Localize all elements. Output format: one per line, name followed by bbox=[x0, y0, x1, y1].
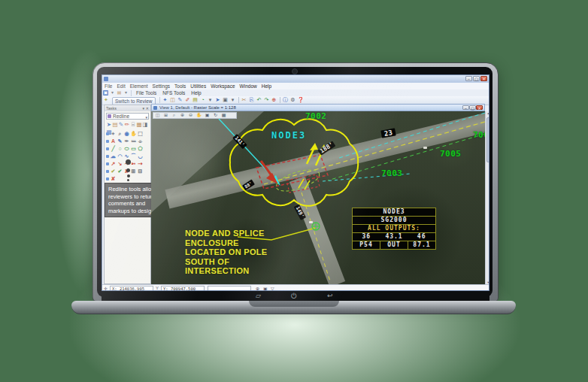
menu-edit[interactable]: Edit bbox=[117, 83, 125, 89]
view-titlebar[interactable]: View 1, Default - Raster Scale = 1:128 –… bbox=[151, 104, 485, 111]
tool-icon[interactable]: ▦ bbox=[136, 121, 142, 129]
maximize-button[interactable]: ▢ bbox=[473, 76, 480, 81]
dropdown-icon[interactable]: ▽ bbox=[271, 286, 274, 291]
window-titlebar[interactable]: – ▢ ✕ bbox=[102, 75, 489, 83]
rotate-view-icon[interactable]: ↻ bbox=[211, 113, 220, 118]
menu-file-tools[interactable]: File Tools bbox=[136, 89, 156, 96]
scroll-up-icon[interactable]: ▴ bbox=[486, 111, 489, 115]
map-viewport[interactable]: 7002 7003 7005 700 NODE3 188' 141' 88' 1… bbox=[151, 111, 485, 284]
toolbar-icon[interactable]: ✐ bbox=[185, 97, 191, 103]
menu-element[interactable]: Element bbox=[130, 83, 148, 89]
task-preset-dropdown[interactable]: Redline ▾ bbox=[106, 113, 149, 120]
zoom-icon[interactable]: ⌕ bbox=[170, 113, 178, 118]
tool-icon[interactable]: ⌖ bbox=[110, 130, 117, 137]
toolbar-icon[interactable]: ▤ bbox=[192, 97, 199, 103]
dropdown-icon[interactable]: ▾ bbox=[123, 90, 129, 96]
back-icon[interactable]: ↩ bbox=[327, 291, 333, 301]
close-button[interactable]: ✕ bbox=[480, 76, 487, 81]
toolbar-icon[interactable]: ▣ bbox=[223, 97, 229, 103]
view-tool-icon[interactable]: ◫ bbox=[153, 113, 162, 118]
toolbar-icon[interactable]: ❓ bbox=[298, 97, 304, 103]
menu-workspace[interactable]: Workspace bbox=[211, 83, 235, 89]
delete-markup-icon[interactable]: ✘ bbox=[110, 175, 117, 182]
recents-icon[interactable]: ▱ bbox=[256, 291, 261, 301]
toolbar-icon[interactable]: ↶ bbox=[256, 97, 262, 103]
fit-view-icon[interactable]: ▣ bbox=[203, 113, 211, 118]
zoom-in-icon[interactable]: ⊕ bbox=[178, 113, 186, 118]
menu-window[interactable]: Window bbox=[240, 83, 257, 89]
tool-icon[interactable]: ≔ bbox=[130, 138, 137, 144]
minimize-button[interactable]: – bbox=[465, 76, 472, 81]
tool-icon[interactable]: ◉ bbox=[123, 130, 130, 137]
dropdown-icon[interactable]: ▾ bbox=[208, 97, 214, 103]
menu-help[interactable]: Help bbox=[262, 83, 271, 89]
place-text-icon[interactable]: A bbox=[110, 138, 117, 144]
tool-icon[interactable]: ✎ bbox=[118, 121, 124, 129]
toolbar-icon[interactable]: ◔ bbox=[200, 97, 206, 103]
menu-settings[interactable]: Settings bbox=[153, 83, 171, 89]
flash-icon[interactable]: ✦ bbox=[103, 97, 109, 103]
menu-help2[interactable]: Help bbox=[191, 89, 201, 96]
leader-icon[interactable]: ➳ bbox=[130, 160, 137, 167]
pan-icon[interactable]: ✋ bbox=[195, 113, 203, 118]
toolbar-icon[interactable]: ↷ bbox=[264, 97, 270, 103]
toolbar-icon[interactable]: ◫ bbox=[170, 97, 176, 103]
vertical-scrollbar[interactable]: ▴ ▾ bbox=[485, 111, 489, 284]
arrow-icon[interactable]: ⇢ bbox=[137, 160, 144, 167]
pen-icon[interactable]: ✒ bbox=[123, 138, 130, 144]
toolbar-icon[interactable]: ✦ bbox=[162, 97, 168, 103]
tool-icon[interactable]: ➤ bbox=[106, 121, 112, 129]
menu-nfs-tools[interactable]: NFS Tools bbox=[162, 89, 185, 96]
power-icon[interactable]: ⏻ bbox=[291, 291, 297, 301]
tool-icon[interactable]: ⊟ bbox=[137, 168, 144, 174]
close-panel-icon[interactable]: ✕ bbox=[146, 106, 149, 111]
view-minimize-button[interactable]: – bbox=[462, 105, 469, 110]
ellipse-icon[interactable]: ⬭ bbox=[123, 145, 130, 152]
menu-file[interactable]: File bbox=[105, 83, 112, 89]
polygon-icon[interactable]: ⬠ bbox=[137, 145, 144, 152]
toolbar-icon[interactable]: ✂ bbox=[241, 97, 247, 103]
scrollbar-thumb[interactable] bbox=[486, 117, 489, 162]
view-tool-icon[interactable]: ⊞ bbox=[162, 113, 170, 118]
y-coordinate-field[interactable]: Y: 700947.500 bbox=[161, 286, 205, 291]
curve-icon[interactable]: ⌒ bbox=[130, 153, 137, 159]
view-close-button[interactable]: ✕ bbox=[476, 105, 483, 110]
tool-icon[interactable]: ⊞ bbox=[130, 168, 137, 174]
menu-utilities[interactable]: Utilities bbox=[190, 83, 206, 89]
toolbar-icon[interactable]: ⎘ bbox=[249, 97, 255, 103]
check-icon[interactable]: ✔ bbox=[117, 168, 123, 174]
tool-icon[interactable]: ⌸ bbox=[130, 121, 136, 129]
toolbar-icon[interactable]: ✎ bbox=[177, 97, 183, 103]
tool-icon[interactable]: ◡ bbox=[137, 153, 144, 159]
arrow-icon[interactable]: ↗ bbox=[110, 160, 117, 167]
tool-icon[interactable]: ✋ bbox=[130, 130, 137, 137]
arc-icon[interactable]: ◠ bbox=[117, 153, 123, 159]
folder-icon[interactable]: ▤ bbox=[117, 90, 122, 96]
tool-icon[interactable]: ⬚ bbox=[137, 130, 144, 137]
view-tool-icon[interactable]: ▦ bbox=[220, 113, 228, 118]
primary-tool-icon[interactable]: ▣ bbox=[103, 90, 108, 96]
rectangle-icon[interactable]: ▭ bbox=[130, 145, 137, 152]
view-maximize-button[interactable]: ▢ bbox=[469, 105, 476, 110]
check-icon[interactable]: ✔ bbox=[110, 168, 117, 174]
arrow-icon[interactable]: ↘ bbox=[117, 160, 123, 167]
toolbar-icon[interactable]: ⊕ bbox=[271, 97, 277, 103]
tool-icon[interactable]: ✏ bbox=[124, 121, 130, 129]
toolbar-icon[interactable]: ⚙ bbox=[290, 97, 296, 103]
snap-icon[interactable]: ⊕ bbox=[256, 286, 259, 291]
zoom-out-icon[interactable]: ⊖ bbox=[186, 113, 195, 118]
pencil-icon[interactable]: ✎ bbox=[117, 138, 123, 144]
x-coordinate-field[interactable]: X: 214036.905 bbox=[110, 286, 153, 291]
pin-icon[interactable]: ▾ bbox=[142, 106, 144, 111]
dropdown-icon[interactable]: ▾ bbox=[230, 97, 236, 103]
tool-icon[interactable]: ▤ bbox=[112, 121, 118, 129]
toolbar-icon[interactable]: ⓘ bbox=[283, 97, 289, 103]
tool-icon[interactable]: ⌯ bbox=[137, 138, 144, 144]
line-icon[interactable]: ╱ bbox=[110, 145, 117, 152]
menu-tools[interactable]: Tools bbox=[174, 83, 186, 89]
tool-icon[interactable]: ⌕ bbox=[117, 130, 123, 137]
dropdown-icon[interactable]: ▾ bbox=[110, 90, 115, 96]
circle-icon[interactable]: ○ bbox=[117, 145, 123, 152]
toolbar-icon[interactable]: ➤ bbox=[215, 97, 221, 103]
sketch-icon[interactable]: ∿ bbox=[123, 153, 130, 159]
